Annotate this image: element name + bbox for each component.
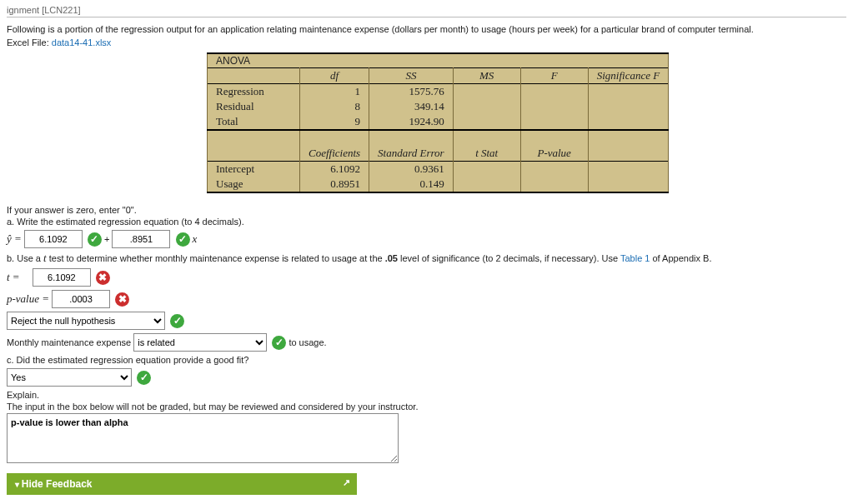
excel-file-link[interactable]: data14-41.xlsx [52, 37, 112, 47]
yhat-label: ŷ = [7, 232, 22, 245]
part-b-post: level of significance (to 2 decimals, if… [398, 253, 620, 263]
anova-total-df: 9 [300, 114, 369, 130]
b0-input[interactable] [24, 230, 83, 248]
related-row: Monthly maintenance expense is related ✓… [7, 333, 846, 352]
regression-equation-row: ŷ = ✓ + ✓ x [7, 230, 846, 248]
anova-table: ANOVA df SS MS F Significance F Regressi… [207, 52, 669, 193]
monthly-post-label: to usage. [289, 337, 326, 347]
check-icon: ✓ [88, 232, 102, 247]
anova-regression-df: 1 [300, 84, 369, 100]
t-stat-row: t = ✖ [7, 268, 846, 287]
pvalue-label: p-value = [7, 292, 49, 305]
coef-header-se: Standard Error [369, 146, 454, 162]
excel-file-row: Excel File: data14-41.xlsx [7, 37, 846, 47]
anova-residual-label: Residual [208, 99, 300, 114]
reject-row: Reject the null hypothesis ✓ [7, 312, 846, 330]
anova-residual-ss: 349.14 [369, 99, 454, 114]
coef-usage-se: 0.149 [369, 177, 454, 192]
coef-usage-coef: 0.8951 [300, 177, 369, 192]
coef-intercept-se: 0.9361 [369, 162, 454, 177]
part-c-label: c. Did the estimated regression equation… [7, 355, 846, 365]
coef-usage-label: Usage [208, 177, 300, 192]
t-label: t = [7, 271, 20, 283]
goodfit-select[interactable]: Yes [7, 368, 132, 387]
anova-header-ss: SS [369, 68, 454, 84]
anova-total-label: Total [208, 114, 300, 130]
x-label: x [193, 232, 198, 245]
zero-note: If your answer is zero, enter "0". [7, 205, 846, 215]
check-icon: ✓ [272, 336, 286, 350]
coef-header-coef: Coefficients [300, 146, 369, 162]
explain-textarea[interactable]: p-value is lower than alpha [7, 413, 399, 463]
pvalue-input[interactable] [52, 290, 110, 308]
anova-residual-df: 8 [300, 99, 369, 114]
cross-icon: ✖ [96, 271, 110, 285]
anova-title: ANOVA [208, 53, 669, 68]
anova-regression-ss: 1575.76 [369, 84, 454, 100]
anova-regression-label: Regression [208, 84, 300, 100]
monthly-pre-label: Monthly maintenance expense [7, 337, 133, 347]
explain-label: Explain. [7, 390, 846, 400]
t-value-input[interactable] [33, 268, 91, 287]
part-b-mid: test to determine whether monthly mainte… [47, 253, 385, 263]
anova-table-wrap: ANOVA df SS MS F Significance F Regressi… [207, 52, 846, 193]
cross-icon: ✖ [115, 292, 129, 307]
explain-note: The input in the box below will not be g… [7, 402, 846, 412]
table1-link[interactable]: Table 1 [620, 253, 650, 263]
b1-input[interactable] [112, 230, 170, 248]
check-icon: ✓ [176, 232, 190, 247]
anova-total-ss: 1924.90 [369, 114, 454, 130]
coef-header-pval: P-value [520, 146, 588, 162]
breadcrumb: ignment [LCN221] [7, 5, 846, 15]
divider [7, 17, 846, 17]
appendixb-label: of Appendix B. [650, 253, 711, 263]
anova-header-df: df [300, 68, 369, 84]
hide-feedback-button[interactable]: Hide Feedback [7, 473, 357, 495]
goodfit-row: Yes ✓ [7, 368, 846, 387]
check-icon: ✓ [170, 314, 184, 328]
part-b-pre: b. Use a [7, 253, 43, 263]
part-b-alpha: .05 [385, 253, 398, 263]
coef-intercept-coef: 6.1092 [300, 162, 369, 177]
part-a-label: a. Write the estimated regression equati… [7, 217, 846, 227]
excel-file-label: Excel File: [7, 37, 52, 47]
anova-header-f: F [520, 68, 588, 84]
coef-header-blank [208, 146, 300, 162]
plus-label: + [104, 234, 112, 244]
reject-select[interactable]: Reject the null hypothesis [7, 312, 165, 330]
coef-header-tstat: t Stat [453, 146, 520, 162]
related-select[interactable]: is related [133, 333, 267, 352]
part-b-label: b. Use a t test to determine whether mon… [7, 252, 846, 265]
coef-intercept-label: Intercept [208, 162, 300, 177]
anova-header-ms: MS [453, 68, 520, 84]
anova-header-sigf: Significance F [588, 68, 668, 84]
pvalue-row: p-value = ✖ [7, 290, 846, 308]
anova-header-blank [208, 68, 300, 84]
check-icon: ✓ [137, 371, 151, 385]
problem-intro: Following is a portion of the regression… [7, 24, 846, 34]
